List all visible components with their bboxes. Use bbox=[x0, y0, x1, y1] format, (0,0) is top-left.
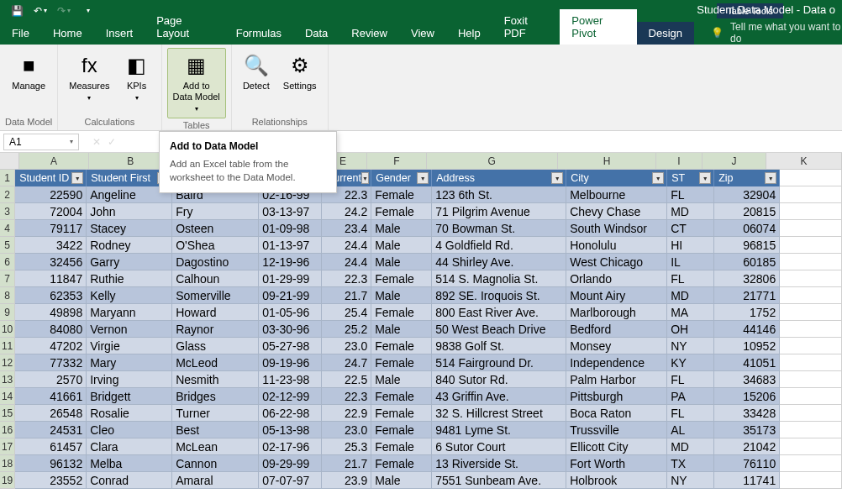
cell[interactable]: 76110 bbox=[714, 455, 780, 472]
cell[interactable]: Bridges bbox=[172, 388, 259, 405]
cell[interactable]: Male bbox=[371, 287, 432, 304]
cell[interactable]: 21042 bbox=[714, 438, 780, 455]
name-box[interactable]: A1 ▾ bbox=[3, 134, 79, 150]
cell[interactable]: John bbox=[87, 203, 172, 220]
cell[interactable]: HI bbox=[667, 237, 714, 254]
cell[interactable] bbox=[780, 321, 842, 338]
cell[interactable]: Turner bbox=[172, 405, 259, 422]
cell[interactable]: Male bbox=[371, 472, 432, 489]
cell[interactable]: Boca Raton bbox=[566, 405, 667, 422]
table-header-cell[interactable]: Gender▼ bbox=[371, 170, 432, 186]
tab-help[interactable]: Help bbox=[446, 22, 492, 45]
cell[interactable]: Female bbox=[371, 186, 432, 203]
cell[interactable]: 11-23-98 bbox=[259, 371, 322, 388]
cell[interactable]: Female bbox=[371, 338, 432, 354]
cell[interactable]: 3422 bbox=[15, 237, 87, 254]
table-header-cell[interactable]: Address▼ bbox=[432, 170, 566, 186]
cell[interactable]: 09-29-99 bbox=[259, 455, 322, 472]
row-header[interactable]: 5 bbox=[0, 237, 15, 254]
cell[interactable]: FL bbox=[667, 405, 714, 422]
cell[interactable]: Chevy Chase bbox=[566, 203, 667, 220]
cell[interactable] bbox=[780, 438, 842, 455]
cell[interactable]: FL bbox=[667, 371, 714, 388]
cell[interactable]: 23.4 bbox=[322, 220, 371, 237]
cell[interactable] bbox=[780, 422, 842, 438]
cell[interactable]: Holbrook bbox=[566, 472, 667, 489]
cell[interactable]: Dagostino bbox=[172, 254, 259, 270]
cell[interactable] bbox=[780, 170, 842, 186]
row-header[interactable]: 8 bbox=[0, 287, 15, 304]
cell[interactable]: 800 East River Ave. bbox=[432, 304, 566, 321]
cell[interactable]: 15206 bbox=[714, 388, 780, 405]
cell[interactable]: 26548 bbox=[15, 405, 87, 422]
select-all-corner[interactable] bbox=[0, 153, 19, 170]
cell[interactable] bbox=[780, 388, 842, 405]
cell[interactable]: AL bbox=[667, 422, 714, 438]
cell[interactable]: 20815 bbox=[714, 203, 780, 220]
cell[interactable]: Palm Harbor bbox=[566, 371, 667, 388]
cell[interactable]: 2570 bbox=[15, 371, 87, 388]
cell[interactable]: Amaral bbox=[172, 472, 259, 489]
cell[interactable]: 02-12-99 bbox=[259, 388, 322, 405]
column-header[interactable]: G bbox=[427, 153, 558, 170]
cell[interactable]: 62353 bbox=[15, 287, 87, 304]
cell[interactable]: 21771 bbox=[714, 287, 780, 304]
cell[interactable]: CT bbox=[667, 220, 714, 237]
cell[interactable] bbox=[780, 472, 842, 489]
cell[interactable]: 96132 bbox=[15, 455, 87, 472]
cell[interactable] bbox=[780, 304, 842, 321]
cell[interactable]: OH bbox=[667, 321, 714, 338]
cell[interactable]: PA bbox=[667, 388, 714, 405]
cell[interactable]: Irving bbox=[87, 371, 172, 388]
row-header[interactable]: 15 bbox=[0, 405, 15, 422]
row-header[interactable]: 18 bbox=[0, 455, 15, 472]
cell[interactable]: 33428 bbox=[714, 405, 780, 422]
row-header[interactable]: 2 bbox=[0, 186, 15, 203]
cell[interactable]: Ruthie bbox=[87, 270, 172, 287]
cell[interactable]: 9481 Lyme St. bbox=[432, 422, 566, 438]
cell[interactable]: Glass bbox=[172, 338, 259, 354]
cell[interactable]: 24.2 bbox=[322, 203, 371, 220]
cell[interactable]: 4 Goldfield Rd. bbox=[432, 237, 566, 254]
cell[interactable]: South Windsor bbox=[566, 220, 667, 237]
cell[interactable]: 41051 bbox=[714, 354, 780, 371]
filter-dropdown-icon[interactable]: ▼ bbox=[765, 172, 776, 184]
cell[interactable]: Calhoun bbox=[172, 270, 259, 287]
cell[interactable] bbox=[780, 203, 842, 220]
cell[interactable] bbox=[780, 270, 842, 287]
cell[interactable]: Bridgett bbox=[87, 388, 172, 405]
cell[interactable] bbox=[780, 455, 842, 472]
cell[interactable]: 79117 bbox=[15, 220, 87, 237]
cell[interactable]: MD bbox=[667, 203, 714, 220]
cell[interactable]: 7551 Sunbeam Ave. bbox=[432, 472, 566, 489]
cell[interactable]: Cleo bbox=[87, 422, 172, 438]
tab-formulas[interactable]: Formulas bbox=[224, 22, 293, 45]
filter-dropdown-icon[interactable]: ▼ bbox=[361, 172, 369, 184]
filter-dropdown-icon[interactable]: ▼ bbox=[417, 172, 429, 184]
column-header[interactable]: I bbox=[656, 153, 703, 170]
row-header[interactable]: 14 bbox=[0, 388, 15, 405]
cell[interactable]: Mary bbox=[87, 354, 172, 371]
cell[interactable]: 01-13-97 bbox=[259, 237, 322, 254]
cell[interactable]: NY bbox=[667, 472, 714, 489]
settings-button[interactable]: ⚙Settings bbox=[277, 48, 323, 96]
cell[interactable]: 43 Griffin Ave. bbox=[432, 388, 566, 405]
cell[interactable]: 840 Sutor Rd. bbox=[432, 371, 566, 388]
cell[interactable] bbox=[780, 237, 842, 254]
kpis-button[interactable]: ◧KPIs▾ bbox=[118, 48, 156, 107]
cell[interactable]: 1752 bbox=[714, 304, 780, 321]
cell[interactable] bbox=[780, 254, 842, 270]
cell[interactable] bbox=[780, 186, 842, 203]
cell[interactable]: 32904 bbox=[714, 186, 780, 203]
cell[interactable]: MA bbox=[667, 304, 714, 321]
cell[interactable]: Monsey bbox=[566, 338, 667, 354]
cell[interactable]: 44 Shirley Ave. bbox=[432, 254, 566, 270]
cell[interactable] bbox=[780, 371, 842, 388]
tab-design[interactable]: Design bbox=[637, 22, 694, 45]
tell-me[interactable]: 💡Tell me what you want to do bbox=[711, 21, 842, 45]
cell[interactable]: Best bbox=[172, 422, 259, 438]
save-button[interactable]: 💾 bbox=[7, 2, 27, 20]
cell[interactable]: 01-09-98 bbox=[259, 220, 322, 237]
cell[interactable]: 12-19-96 bbox=[259, 254, 322, 270]
cell[interactable]: 24531 bbox=[15, 422, 87, 438]
